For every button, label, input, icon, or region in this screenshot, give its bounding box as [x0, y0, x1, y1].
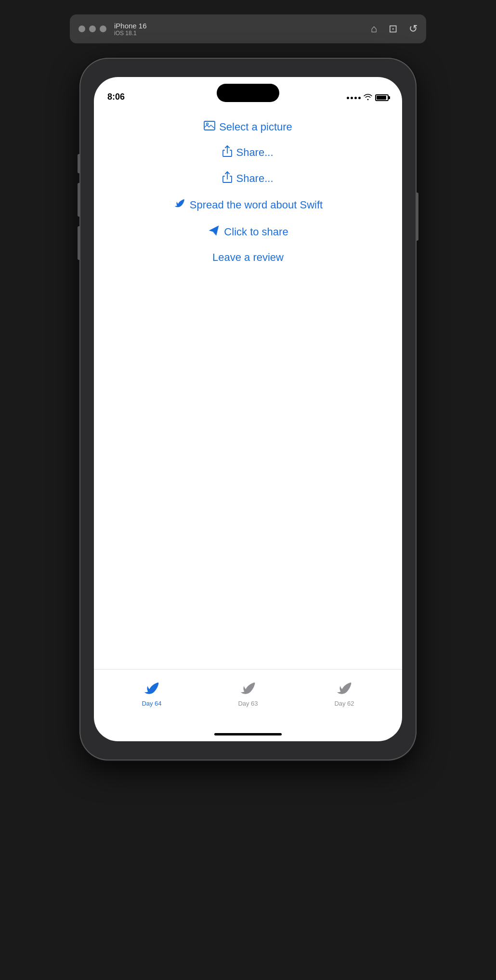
signal-dot-3 [354, 97, 357, 99]
tab-day62-label: Day 62 [334, 700, 354, 707]
iphone-frame: 8:06 [79, 58, 417, 761]
toolbar-icons: ⌂ ⊡ ↺ [371, 23, 418, 35]
home-bar [214, 733, 282, 735]
image-icon [204, 120, 215, 134]
volume-down-button[interactable] [78, 226, 79, 260]
status-icons [347, 93, 389, 102]
swift-bird-icon [173, 197, 186, 213]
tab-day63-label: Day 63 [238, 700, 258, 707]
rotate-icon[interactable]: ↺ [409, 23, 418, 35]
share-2-label: Share... [236, 172, 273, 185]
select-picture-label: Select a picture [219, 121, 292, 133]
share-1-icon [222, 145, 232, 160]
tab-day64-label: Day 64 [142, 700, 161, 707]
share-1-label: Share... [236, 146, 273, 159]
share-2-item[interactable]: Share... [213, 167, 283, 191]
status-time: 8:06 [107, 92, 125, 102]
volume-up-button[interactable] [78, 183, 79, 217]
simulator-toolbar: iPhone 16 iOS 18.1 ⌂ ⊡ ↺ [70, 14, 426, 43]
svg-point-1 [207, 123, 209, 125]
tab-bar: Day 64 Day 63 Day 62 [94, 669, 402, 727]
iphone-screen: 8:06 [94, 77, 402, 741]
device-info: iPhone 16 iOS 18.1 [114, 22, 147, 37]
spread-word-item[interactable]: Spread the word about Swift [164, 193, 332, 218]
toolbar-dot-3 [100, 26, 106, 32]
tab-day64[interactable]: Day 64 [142, 680, 161, 707]
swift-icon-day64 [143, 680, 161, 698]
battery-fill [377, 96, 386, 100]
share-2-icon [222, 171, 232, 186]
power-button[interactable] [417, 193, 418, 241]
swift-icon-day63 [239, 680, 257, 698]
spread-word-label: Spread the word about Swift [190, 199, 323, 211]
screenshot-icon[interactable]: ⊡ [389, 23, 397, 35]
home-icon[interactable]: ⌂ [371, 23, 377, 35]
click-to-share-label: Click to share [224, 226, 288, 238]
ios-version: iOS 18.1 [114, 30, 147, 37]
svg-rect-0 [204, 121, 215, 130]
swift-icon-day62 [335, 680, 353, 698]
toolbar-dot-2 [89, 26, 96, 32]
leave-review-label: Leave a review [212, 251, 284, 264]
home-indicator [94, 727, 402, 741]
toolbar-dots [78, 26, 106, 32]
share-1-item[interactable]: Share... [213, 141, 283, 165]
select-picture-item[interactable]: Select a picture [194, 116, 302, 139]
click-to-share-item[interactable]: Click to share [198, 219, 298, 245]
signal-dots [347, 97, 361, 99]
wifi-icon [364, 93, 372, 102]
signal-dot-1 [347, 97, 349, 99]
signal-dot-2 [351, 97, 353, 99]
tab-day62[interactable]: Day 62 [334, 680, 354, 707]
airplane-icon [208, 224, 220, 240]
screen-content: Select a picture Share... [94, 106, 402, 669]
toolbar-dot-1 [78, 26, 85, 32]
device-name: iPhone 16 [114, 22, 147, 30]
leave-review-item[interactable]: Leave a review [203, 246, 293, 269]
battery-icon [375, 94, 389, 101]
tab-day63[interactable]: Day 63 [238, 680, 258, 707]
signal-dot-4 [358, 97, 361, 99]
dynamic-island [217, 84, 279, 102]
